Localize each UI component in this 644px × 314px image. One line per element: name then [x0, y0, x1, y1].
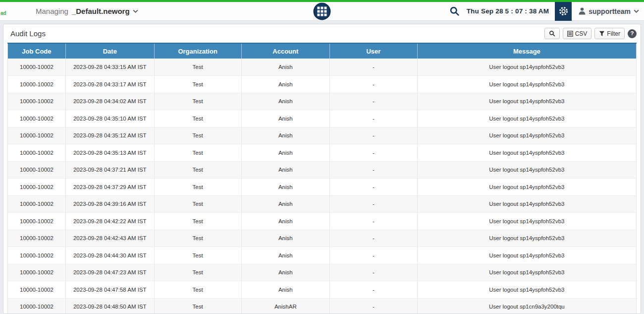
- managing-label: Managing: [36, 7, 68, 15]
- cell-account: Anish: [241, 76, 330, 93]
- column-header-date[interactable]: Date: [65, 43, 154, 59]
- column-header-user[interactable]: User: [330, 43, 418, 59]
- cell-organization: Test: [154, 93, 241, 110]
- cell-message: User logout sp14yspfoh52vb3: [417, 230, 636, 247]
- cell-job_code: 10000-10002: [8, 161, 66, 179]
- grid-icon: [318, 6, 327, 16]
- cell-account: Anish: [241, 110, 330, 127]
- cell-user: -: [330, 179, 418, 196]
- table-row: 10000-100022023-09-28 04:33:15 AM ISTTes…: [8, 59, 637, 76]
- cell-date: 2023-09-28 04:48:50 AM IST: [65, 298, 154, 314]
- cell-account: Anish: [241, 93, 330, 110]
- org-switcher[interactable]: _Default.neworg: [72, 7, 138, 15]
- apps-grid-button[interactable]: [314, 2, 331, 20]
- settings-button[interactable]: [555, 2, 572, 21]
- column-header-account[interactable]: Account: [241, 43, 330, 59]
- page-title: Audit Logs: [10, 29, 46, 38]
- table-row: 10000-100022023-09-28 04:39:16 AM ISTTes…: [8, 195, 637, 213]
- cell-date: 2023-09-28 04:35:12 AM IST: [65, 127, 154, 144]
- cell-user: -: [330, 161, 418, 179]
- table-row: 10000-100022023-09-28 04:48:50 AM ISTTes…: [8, 298, 637, 314]
- cell-date: 2023-09-28 04:44:30 AM IST: [65, 247, 154, 264]
- gear-icon: [558, 6, 569, 16]
- column-header-message[interactable]: Message: [417, 43, 636, 59]
- table-row: 10000-100022023-09-28 04:47:23 AM ISTTes…: [8, 264, 637, 281]
- cell-job_code: 10000-10002: [8, 93, 66, 110]
- cell-date: 2023-09-28 04:35:13 AM IST: [65, 144, 154, 162]
- cell-job_code: 10000-10002: [8, 213, 66, 230]
- global-search-button[interactable]: [447, 4, 462, 18]
- logo-image[interactable]: ad: [0, 2, 24, 21]
- cell-message: User logout sp14yspfoh52vb3: [417, 59, 636, 76]
- cell-job_code: 10000-10002: [8, 247, 66, 264]
- table-row: 10000-100022023-09-28 04:37:29 AM ISTTes…: [8, 179, 637, 196]
- cell-date: 2023-09-28 04:47:23 AM IST: [65, 264, 154, 281]
- content-area: Audit Logs CSV Filter ?: [0, 21, 644, 314]
- chevron-down-icon: [634, 9, 639, 13]
- username: supportteam: [589, 7, 631, 15]
- cell-account: Anish: [241, 59, 330, 76]
- cell-message: User logout sp14yspfoh52vb3: [417, 179, 636, 196]
- cell-user: -: [330, 127, 418, 144]
- cell-date: 2023-09-28 04:47:58 AM IST: [65, 281, 154, 299]
- table-wrap: Job Code Date Organization Account User …: [3, 42, 641, 314]
- csv-list-icon: [567, 31, 573, 37]
- cell-account: Anish: [241, 195, 330, 213]
- topbar: ad Managing _Default.neworg Thu Sep 28 5…: [0, 2, 644, 21]
- table-toolbar: CSV Filter ?: [544, 28, 637, 39]
- cell-organization: Test: [154, 230, 241, 247]
- cell-date: 2023-09-28 04:35:10 AM IST: [65, 110, 154, 127]
- cell-date: 2023-09-28 04:37:29 AM IST: [65, 179, 154, 196]
- filter-button[interactable]: Filter: [594, 28, 625, 39]
- panel-header: Audit Logs CSV Filter ?: [3, 24, 641, 42]
- csv-export-button[interactable]: CSV: [563, 28, 592, 39]
- column-header-job-code[interactable]: Job Code: [8, 43, 66, 59]
- cell-account: Anish: [241, 161, 330, 179]
- cell-message: User logout sp14yspfoh52vb3: [417, 161, 636, 179]
- table-row: 10000-100022023-09-28 04:47:58 AM ISTTes…: [8, 281, 637, 299]
- cell-job_code: 10000-10002: [8, 144, 66, 162]
- cell-account: Anish: [241, 264, 330, 281]
- column-header-organization[interactable]: Organization: [154, 43, 241, 59]
- person-icon: [579, 7, 586, 15]
- cell-message: User logout sp14yspfoh52vb3: [417, 195, 636, 213]
- cell-user: -: [330, 281, 418, 299]
- cell-account: Anish: [241, 213, 330, 230]
- chevron-down-icon: [133, 9, 138, 13]
- table-row: 10000-100022023-09-28 04:34:02 AM ISTTes…: [8, 93, 637, 110]
- cell-message: User logout sp14yspfoh52vb3: [417, 93, 636, 110]
- datetime-display: Thu Sep 28 5 : 07 : 38 AM: [467, 7, 549, 15]
- user-menu[interactable]: supportteam: [579, 7, 639, 15]
- cell-date: 2023-09-28 04:42:22 AM IST: [65, 213, 154, 230]
- cell-user: -: [330, 230, 418, 247]
- cell-user: -: [330, 247, 418, 264]
- cell-organization: Test: [154, 76, 241, 93]
- table-row: 10000-100022023-09-28 04:44:30 AM ISTTes…: [8, 247, 637, 264]
- cell-job_code: 10000-10002: [8, 76, 66, 93]
- table-row: 10000-100022023-09-28 04:35:12 AM ISTTes…: [8, 127, 637, 144]
- table-search-button[interactable]: [544, 28, 560, 39]
- cell-organization: Test: [154, 144, 241, 162]
- help-button[interactable]: ?: [628, 29, 637, 38]
- cell-message: User logout sp14yspfoh52vb3: [417, 213, 636, 230]
- cell-job_code: 10000-10002: [8, 281, 66, 299]
- logo-text: ad: [0, 10, 6, 16]
- cell-organization: Test: [154, 213, 241, 230]
- audit-logs-panel: Audit Logs CSV Filter ?: [3, 24, 641, 314]
- table-row: 10000-100022023-09-28 04:42:22 AM ISTTes…: [8, 213, 637, 230]
- cell-job_code: 10000-10002: [8, 59, 66, 76]
- audit-logs-table: Job Code Date Organization Account User …: [7, 43, 637, 314]
- cell-user: -: [330, 264, 418, 281]
- cell-message: User logout sp14yspfoh52vb3: [417, 110, 636, 127]
- cell-account: Anish: [241, 179, 330, 196]
- cell-organization: Test: [154, 298, 241, 314]
- cell-account: Anish: [241, 230, 330, 247]
- app-root: ad Managing _Default.neworg Thu Sep 28 5…: [0, 0, 644, 314]
- cell-user: -: [330, 298, 418, 314]
- cell-date: 2023-09-28 04:34:02 AM IST: [65, 93, 154, 110]
- table-row: 10000-100022023-09-28 04:35:13 AM ISTTes…: [8, 144, 637, 162]
- filter-label: Filter: [607, 30, 620, 37]
- search-icon: [449, 6, 460, 16]
- cell-organization: Test: [154, 281, 241, 299]
- table-row: 10000-100022023-09-28 04:35:10 AM ISTTes…: [8, 110, 637, 127]
